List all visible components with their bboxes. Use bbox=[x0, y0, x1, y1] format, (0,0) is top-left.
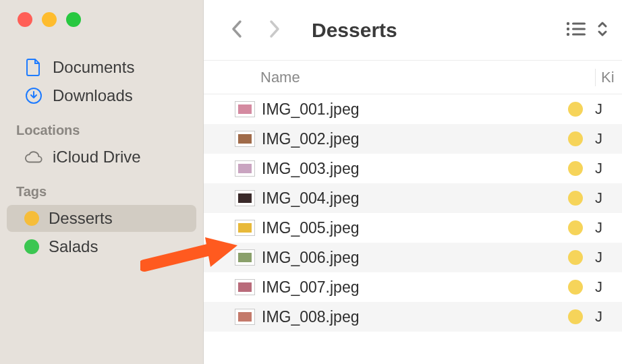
zoom-window-button[interactable] bbox=[66, 12, 81, 27]
file-name: IMG_003.jpeg bbox=[262, 160, 568, 178]
file-row[interactable]: IMG_001.jpegJ bbox=[204, 94, 622, 124]
file-tag-dot-icon bbox=[568, 191, 583, 206]
file-tag-dot-icon bbox=[568, 161, 583, 176]
file-row[interactable]: IMG_007.jpegJ bbox=[204, 272, 622, 302]
close-window-button[interactable] bbox=[18, 12, 32, 27]
file-kind: J bbox=[595, 308, 622, 326]
sidebar-item-label: iCloud Drive bbox=[53, 148, 141, 166]
image-thumbnail-icon bbox=[235, 131, 255, 147]
tag-dot-icon bbox=[24, 239, 39, 254]
image-thumbnail-icon bbox=[235, 190, 255, 206]
file-name: IMG_002.jpeg bbox=[262, 130, 568, 148]
file-name: IMG_004.jpeg bbox=[262, 189, 568, 208]
sidebar-item-icloud-drive[interactable]: iCloud Drive bbox=[7, 144, 196, 171]
svg-point-3 bbox=[567, 27, 569, 30]
list-view-icon[interactable] bbox=[565, 21, 587, 40]
svg-rect-4 bbox=[572, 28, 586, 30]
sidebar-item-label: Downloads bbox=[53, 86, 133, 105]
column-header-kind[interactable]: Ki bbox=[595, 69, 622, 86]
sidebar-section-tags: Tags bbox=[0, 172, 203, 204]
file-tag-dot-icon bbox=[568, 102, 583, 117]
file-row[interactable]: IMG_006.jpegJ bbox=[204, 243, 622, 272]
file-tag-dot-icon bbox=[568, 131, 583, 146]
file-tag-dot-icon bbox=[568, 250, 583, 265]
image-thumbnail-icon bbox=[235, 160, 255, 177]
file-row[interactable]: IMG_002.jpegJ bbox=[204, 124, 622, 154]
column-header-name[interactable]: Name bbox=[204, 69, 595, 86]
main-pane: Desserts Name Ki IMG_001.jpegJIMG_002.jp… bbox=[204, 0, 622, 364]
view-options-icon[interactable] bbox=[596, 20, 609, 40]
file-name: IMG_008.jpeg bbox=[262, 308, 568, 326]
sidebar-item-downloads[interactable]: Downloads bbox=[7, 82, 196, 109]
cloud-icon bbox=[24, 150, 43, 164]
file-list: IMG_001.jpegJIMG_002.jpegJIMG_003.jpegJI… bbox=[204, 94, 622, 364]
file-tag-dot-icon bbox=[568, 309, 583, 324]
file-name: IMG_007.jpeg bbox=[262, 278, 568, 297]
view-controls bbox=[565, 20, 609, 40]
file-kind: J bbox=[595, 160, 622, 177]
file-kind: J bbox=[595, 219, 622, 237]
folder-title: Desserts bbox=[312, 19, 397, 42]
image-thumbnail-icon bbox=[235, 101, 255, 117]
file-kind: J bbox=[595, 189, 622, 207]
tag-dot-icon bbox=[24, 211, 39, 226]
image-thumbnail-icon bbox=[235, 249, 255, 266]
svg-rect-6 bbox=[572, 33, 586, 35]
forward-button[interactable] bbox=[267, 19, 281, 42]
sidebar-tag-salads[interactable]: Salads bbox=[7, 233, 196, 260]
back-button[interactable] bbox=[231, 19, 244, 42]
file-row[interactable]: IMG_008.jpegJ bbox=[204, 302, 622, 332]
column-header-row: Name Ki bbox=[204, 61, 622, 94]
file-kind: J bbox=[595, 100, 622, 118]
file-tag-dot-icon bbox=[568, 280, 583, 295]
image-thumbnail-icon bbox=[235, 279, 255, 295]
sidebar: Documents Downloads Locations iCloud Dri… bbox=[0, 0, 204, 364]
minimize-window-button[interactable] bbox=[42, 12, 57, 27]
file-kind: J bbox=[595, 130, 622, 148]
download-icon bbox=[24, 87, 43, 104]
sidebar-tag-label: Salads bbox=[49, 237, 98, 256]
file-name: IMG_001.jpeg bbox=[262, 100, 568, 119]
image-thumbnail-icon bbox=[235, 220, 255, 236]
sidebar-item-label: Documents bbox=[53, 58, 134, 77]
sidebar-tag-label: Desserts bbox=[49, 209, 113, 228]
file-name: IMG_006.jpeg bbox=[262, 249, 568, 267]
window-controls bbox=[0, 12, 203, 27]
document-icon bbox=[24, 59, 43, 76]
image-thumbnail-icon bbox=[235, 309, 255, 325]
svg-point-5 bbox=[567, 32, 569, 35]
file-tag-dot-icon bbox=[568, 220, 583, 235]
file-row[interactable]: IMG_003.jpegJ bbox=[204, 154, 622, 183]
file-kind: J bbox=[595, 278, 622, 296]
sidebar-section-locations: Locations bbox=[0, 111, 203, 142]
svg-rect-2 bbox=[572, 22, 586, 24]
file-row[interactable]: IMG_005.jpegJ bbox=[204, 213, 622, 243]
file-name: IMG_005.jpeg bbox=[262, 219, 568, 237]
toolbar: Desserts bbox=[204, 0, 622, 61]
svg-point-1 bbox=[567, 22, 569, 24]
file-row[interactable]: IMG_004.jpegJ bbox=[204, 183, 622, 213]
file-kind: J bbox=[595, 249, 622, 266]
sidebar-tag-desserts[interactable]: Desserts bbox=[7, 205, 196, 232]
sidebar-item-documents[interactable]: Documents bbox=[7, 54, 196, 81]
